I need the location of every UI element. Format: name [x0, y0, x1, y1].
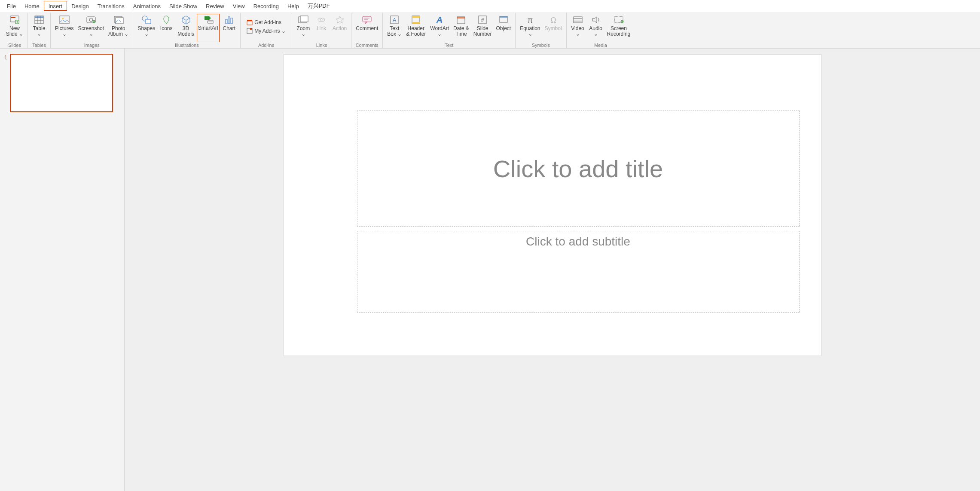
- pictures-label: Pictures⌄: [55, 26, 73, 37]
- date-time-button[interactable]: Date &Time: [452, 14, 471, 42]
- title-placeholder-text: Click to add title: [493, 155, 663, 183]
- screenshot-button[interactable]: Screenshot⌄: [76, 14, 106, 42]
- get-addins-button[interactable]: Get Add-ins: [245, 18, 287, 26]
- link-label: Link: [317, 26, 326, 31]
- group-tables-label: Tables: [32, 43, 46, 48]
- group-links: Zoom⌄ Link Action Links: [292, 13, 351, 48]
- textbox-label: TextBox ⌄: [387, 26, 402, 37]
- screen-recording-label: ScreenRecording: [607, 26, 631, 37]
- slide-canvas[interactable]: Click to add title Click to add subtitle: [284, 55, 821, 356]
- menu-help[interactable]: Help: [283, 1, 303, 11]
- group-text-label: Text: [445, 43, 453, 48]
- header-footer-icon: [411, 15, 421, 25]
- slide-number-icon: #: [477, 15, 488, 25]
- subtitle-placeholder[interactable]: Click to add subtitle: [357, 231, 800, 313]
- store-icon: [247, 19, 253, 25]
- icons-button[interactable]: Icons: [158, 14, 175, 42]
- textbox-button[interactable]: A TextBox ⌄: [385, 14, 403, 42]
- 3d-models-label: 3DModels: [177, 26, 194, 37]
- slide-editor[interactable]: Click to add title Click to add subtitle: [125, 49, 980, 491]
- pictures-button[interactable]: Pictures⌄: [53, 14, 75, 42]
- menu-design[interactable]: Design: [67, 1, 93, 11]
- comment-button[interactable]: Comment: [354, 14, 380, 42]
- title-placeholder[interactable]: Click to add title: [357, 110, 800, 227]
- equation-icon: π: [525, 15, 535, 25]
- wordart-button[interactable]: A WordArt⌄: [428, 14, 451, 42]
- slide-thumbnail-preview[interactable]: [10, 54, 113, 112]
- my-addins-button[interactable]: My Add-ins ⌄: [245, 27, 287, 35]
- wordart-icon: A: [434, 15, 445, 25]
- svg-rect-28: [228, 17, 230, 24]
- svg-rect-27: [226, 19, 227, 24]
- menu-transitions[interactable]: Transitions: [93, 1, 129, 11]
- photo-album-button[interactable]: PhotoAlbum ⌄: [107, 14, 130, 42]
- menu-insert[interactable]: Insert: [44, 1, 67, 11]
- object-button[interactable]: Object: [494, 14, 513, 42]
- slide-number-button[interactable]: # SlideNumber: [472, 14, 494, 42]
- menu-wanxing-pdf[interactable]: 万兴PDF: [303, 0, 334, 12]
- svg-text:#: #: [481, 17, 484, 23]
- svg-text:π: π: [528, 16, 533, 25]
- menu-slideshow[interactable]: Slide Show: [165, 1, 201, 11]
- group-text: A TextBox ⌄ Header& Footer A WordArt⌄: [383, 13, 516, 48]
- screenshot-icon: [86, 15, 96, 25]
- svg-rect-47: [412, 22, 420, 24]
- photo-album-icon: [113, 15, 124, 25]
- group-slides: NewSlide ⌄ Slides: [2, 13, 28, 48]
- zoom-icon: [298, 15, 308, 25]
- video-icon: [573, 15, 583, 25]
- audio-icon: [591, 15, 601, 25]
- group-illustrations-label: Illustrations: [175, 43, 199, 48]
- chart-button[interactable]: Chart: [220, 14, 238, 42]
- shapes-button[interactable]: Shapes⌄: [136, 14, 157, 42]
- screenshot-label: Screenshot⌄: [78, 26, 104, 37]
- group-images: Pictures⌄ Screenshot⌄ PhotoAlbum ⌄ Image…: [51, 13, 133, 48]
- menu-view[interactable]: View: [229, 1, 249, 11]
- menu-recording[interactable]: Recording: [249, 1, 283, 11]
- audio-button[interactable]: Audio⌄: [587, 14, 604, 42]
- shapes-icon: [141, 15, 152, 25]
- table-icon: [34, 15, 44, 25]
- comment-icon: [362, 15, 372, 25]
- new-slide-button[interactable]: NewSlide ⌄: [4, 14, 25, 42]
- video-button[interactable]: Video⌄: [569, 14, 586, 42]
- screen-recording-button[interactable]: ScreenRecording: [605, 14, 632, 42]
- icons-icon: [161, 15, 171, 25]
- menu-animations[interactable]: Animations: [129, 1, 165, 11]
- symbol-button: Ω Symbol: [543, 14, 564, 42]
- menu-home[interactable]: Home: [20, 1, 44, 11]
- zoom-button[interactable]: Zoom⌄: [295, 14, 312, 42]
- svg-text:Ω: Ω: [550, 16, 556, 25]
- zoom-label: Zoom⌄: [297, 26, 310, 37]
- header-footer-button[interactable]: Header& Footer: [404, 14, 427, 42]
- new-slide-label: NewSlide ⌄: [6, 26, 23, 37]
- addins-icon: [247, 28, 253, 34]
- svg-point-12: [62, 18, 64, 19]
- date-time-icon: [456, 15, 466, 25]
- object-icon: [498, 15, 509, 25]
- table-button[interactable]: Table⌄: [31, 14, 48, 42]
- smartart-label: SmartArt: [198, 25, 218, 31]
- group-images-label: Images: [84, 43, 100, 48]
- svg-rect-30: [247, 21, 252, 25]
- slide-thumbnail-panel[interactable]: 1: [0, 49, 125, 491]
- group-comments-label: Comments: [356, 43, 379, 48]
- shapes-label: Shapes⌄: [137, 26, 155, 37]
- equation-button[interactable]: π Equation⌄: [518, 14, 542, 42]
- chart-icon: [224, 15, 234, 25]
- menu-file[interactable]: File: [3, 1, 20, 11]
- svg-marker-38: [336, 16, 344, 23]
- group-symbols-label: Symbols: [532, 43, 550, 48]
- menu-review[interactable]: Review: [201, 1, 229, 11]
- svg-point-36: [318, 18, 322, 21]
- pictures-icon: [59, 15, 70, 25]
- svg-rect-1: [11, 17, 15, 18]
- 3d-models-button[interactable]: 3DModels: [176, 14, 196, 42]
- workspace: 1 Click to add title Click to add subtit…: [0, 49, 980, 491]
- smartart-button[interactable]: SmartArt: [197, 14, 220, 42]
- symbol-label: Symbol: [545, 26, 562, 31]
- group-links-label: Links: [316, 43, 327, 48]
- svg-point-37: [321, 18, 325, 21]
- slide-thumbnail-1[interactable]: 1: [4, 54, 120, 112]
- action-icon: [335, 15, 345, 25]
